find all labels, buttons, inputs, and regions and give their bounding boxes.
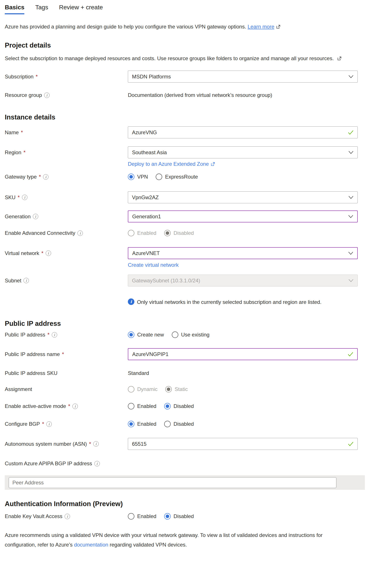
required-asterisk: * bbox=[47, 332, 49, 338]
required-asterisk: * bbox=[18, 194, 20, 200]
public-ip-sku-row: Public IP address SKU Standard bbox=[5, 370, 365, 376]
key-vault-radio-group: Enabled Disabled bbox=[128, 513, 202, 520]
radio-vpn[interactable] bbox=[128, 174, 134, 180]
deploy-extended-zone-link[interactable]: Deploy to an Azure Extended Zone bbox=[128, 161, 209, 167]
radio-use-existing[interactable] bbox=[172, 331, 178, 338]
region-row: Region * Southeast Asia bbox=[5, 147, 365, 158]
info-icon[interactable] bbox=[52, 332, 57, 337]
assignment-row: Assignment Dynamic Static bbox=[5, 386, 365, 392]
region-select[interactable]: Southeast Asia bbox=[128, 147, 358, 158]
radio-dynamic bbox=[128, 386, 134, 392]
learn-more-link[interactable]: Learn more bbox=[248, 24, 275, 30]
apipa-row: Custom Azure APIPA BGP IP address bbox=[5, 461, 365, 467]
info-icon[interactable] bbox=[72, 404, 78, 409]
virtual-network-row: Virtual network * AzureVNET bbox=[5, 247, 365, 259]
radio-adv-disabled bbox=[164, 230, 171, 236]
subnet-select: GatewaySubnet (10.3.1.0/24) bbox=[128, 274, 358, 286]
resource-group-row: Resource group Documentation (derived fr… bbox=[5, 92, 365, 98]
documentation-link[interactable]: documentation bbox=[74, 542, 108, 548]
public-ip-name-input[interactable] bbox=[132, 351, 345, 357]
generation-select[interactable]: Generation1 bbox=[128, 210, 358, 222]
virtual-network-select[interactable]: AzureVNET bbox=[128, 247, 358, 259]
info-icon[interactable] bbox=[46, 251, 51, 256]
asn-input[interactable] bbox=[132, 441, 345, 447]
info-icon[interactable] bbox=[33, 214, 38, 219]
project-details-description: Select the subscription to manage deploy… bbox=[5, 54, 344, 63]
required-asterisk: * bbox=[62, 351, 64, 357]
sku-row: SKU * VpnGw2AZ bbox=[5, 191, 365, 203]
sku-label: SKU * bbox=[5, 194, 128, 200]
radio-option-expressroute[interactable]: ExpressRoute bbox=[156, 174, 198, 180]
radio-option-aa-disabled[interactable]: Disabled bbox=[164, 403, 194, 410]
info-icon[interactable] bbox=[94, 461, 100, 466]
info-icon[interactable] bbox=[44, 93, 50, 98]
tab-basics[interactable]: Basics bbox=[5, 4, 24, 14]
radio-kv-enabled[interactable] bbox=[128, 513, 134, 520]
radio-create-new[interactable] bbox=[128, 331, 134, 338]
required-asterisk: * bbox=[39, 174, 41, 180]
info-icon[interactable] bbox=[46, 421, 52, 427]
instance-details-heading: Instance details bbox=[5, 113, 365, 121]
intro-text: Azure has provided a planning and design… bbox=[5, 23, 365, 31]
radio-option-vpn[interactable]: VPN bbox=[128, 174, 148, 180]
name-input[interactable] bbox=[132, 129, 345, 136]
public-ip-sku-label: Public IP address SKU bbox=[5, 370, 128, 376]
subnet-row: Subnet GatewaySubnet (10.3.1.0/24) bbox=[5, 274, 365, 286]
key-vault-label: Enable Key Vault Access bbox=[5, 513, 128, 519]
radio-option-static: Static bbox=[165, 386, 188, 392]
radio-aa-enabled[interactable] bbox=[128, 403, 134, 410]
validated-devices-note: Azure recommends using a validated VPN d… bbox=[5, 530, 331, 550]
project-details-heading: Project details bbox=[5, 42, 365, 49]
info-icon[interactable] bbox=[43, 174, 48, 180]
asn-field-box bbox=[128, 438, 358, 450]
subscription-select[interactable]: MSDN Platforms bbox=[128, 71, 358, 83]
radio-option-kv-enabled[interactable]: Enabled bbox=[128, 513, 156, 520]
active-active-radio-group: Enabled Disabled bbox=[128, 403, 202, 410]
sku-select[interactable]: VpnGw2AZ bbox=[128, 191, 358, 203]
name-row: Name * bbox=[5, 126, 365, 138]
radio-expressroute[interactable] bbox=[156, 174, 162, 180]
info-filled-icon bbox=[128, 298, 134, 305]
subscription-label: Subscription * bbox=[5, 74, 128, 80]
advanced-connectivity-radio-group: Enabled Disabled bbox=[128, 230, 202, 236]
info-icon[interactable] bbox=[22, 195, 27, 200]
peer-address-input[interactable] bbox=[9, 477, 336, 488]
radio-option-use-existing[interactable]: Use existing bbox=[172, 331, 210, 338]
required-asterisk: * bbox=[89, 441, 91, 447]
radio-option-bgp-disabled[interactable]: Disabled bbox=[164, 421, 194, 427]
radio-bgp-disabled[interactable] bbox=[164, 421, 171, 427]
required-asterisk: * bbox=[21, 129, 23, 136]
chevron-down-icon bbox=[348, 215, 353, 218]
required-asterisk: * bbox=[23, 149, 25, 156]
assignment-label: Assignment bbox=[5, 386, 128, 392]
radio-kv-disabled[interactable] bbox=[164, 513, 171, 520]
info-icon[interactable] bbox=[23, 278, 29, 283]
info-icon[interactable] bbox=[65, 514, 70, 519]
public-ip-sku-value: Standard bbox=[128, 370, 149, 376]
form-tabs: Basics Tags Review + create bbox=[5, 4, 365, 14]
info-icon[interactable] bbox=[93, 441, 99, 447]
radio-option-create-new[interactable]: Create new bbox=[128, 331, 164, 338]
info-icon[interactable] bbox=[77, 231, 83, 236]
advanced-connectivity-label: Enable Advanced Connectivity bbox=[5, 230, 128, 236]
gateway-type-label: Gateway type * bbox=[5, 174, 128, 180]
public-ip-name-row: Public IP address name * bbox=[5, 348, 365, 360]
required-asterisk: * bbox=[68, 403, 70, 409]
name-label: Name * bbox=[5, 129, 128, 136]
radio-option-aa-enabled[interactable]: Enabled bbox=[128, 403, 156, 410]
chevron-down-icon bbox=[348, 75, 353, 78]
assignment-radio-group: Dynamic Static bbox=[128, 386, 196, 392]
subnet-label: Subnet bbox=[5, 278, 128, 284]
tab-tags[interactable]: Tags bbox=[35, 4, 48, 14]
gateway-type-row: Gateway type * VPN ExpressRoute bbox=[5, 174, 365, 180]
radio-aa-disabled[interactable] bbox=[164, 403, 171, 410]
required-asterisk: * bbox=[36, 74, 38, 80]
tab-review-create[interactable]: Review + create bbox=[59, 4, 103, 14]
radio-option-bgp-enabled[interactable]: Enabled bbox=[128, 421, 156, 427]
radio-option-kv-disabled[interactable]: Disabled bbox=[164, 513, 194, 520]
create-virtual-network-link[interactable]: Create virtual network bbox=[128, 262, 178, 268]
external-link-icon bbox=[276, 24, 281, 29]
configure-bgp-radio-group: Enabled Disabled bbox=[128, 421, 202, 427]
generation-label: Generation bbox=[5, 213, 128, 220]
radio-bgp-enabled[interactable] bbox=[128, 421, 134, 427]
